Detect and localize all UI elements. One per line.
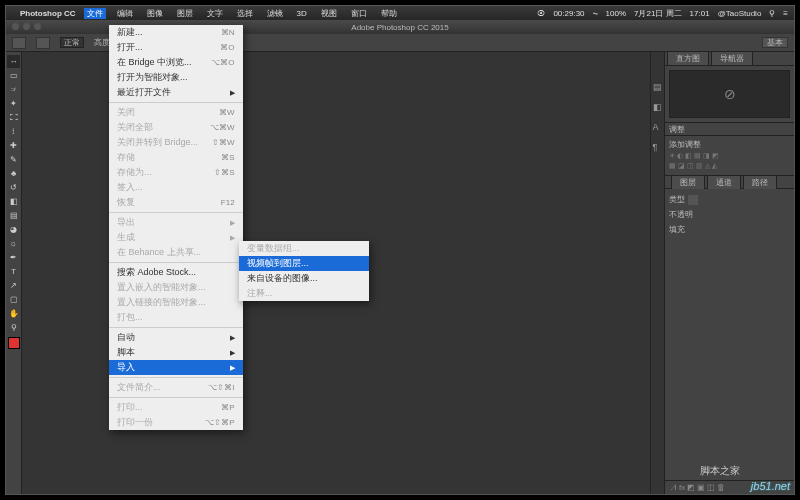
tab-paths[interactable]: 路径 bbox=[743, 175, 777, 189]
fill-label: 填充 bbox=[669, 224, 685, 235]
new-layer-icon[interactable]: ◫ bbox=[707, 483, 715, 492]
layer-filter-type[interactable]: 类型 bbox=[669, 194, 685, 205]
menu-item: 存储⌘S bbox=[109, 150, 243, 165]
menu-item[interactable]: 新建...⌘N bbox=[109, 25, 243, 40]
menu-window[interactable]: 窗口 bbox=[348, 8, 370, 19]
menu-edit[interactable]: 编辑 bbox=[114, 8, 136, 19]
filter-icon[interactable] bbox=[688, 195, 698, 205]
menu-item: 置入嵌入的智能对象... bbox=[109, 280, 243, 295]
menu-item[interactable]: 来自设备的图像... bbox=[239, 271, 369, 286]
pen-tool[interactable]: ✒ bbox=[7, 251, 20, 264]
window-title: Adobe Photoshop CC 2015 bbox=[351, 23, 448, 32]
tab-channels[interactable]: 通道 bbox=[707, 175, 741, 189]
wifi-icon[interactable]: ⏦ bbox=[593, 9, 598, 18]
menu-image[interactable]: 图像 bbox=[144, 8, 166, 19]
workspace-preset[interactable]: 基本 bbox=[762, 37, 788, 48]
tab-layers[interactable]: 图层 bbox=[671, 175, 705, 189]
menu-item: 打印...⌘P bbox=[109, 400, 243, 415]
menu-item[interactable]: 搜索 Adobe Stock... bbox=[109, 265, 243, 280]
hand-tool[interactable]: ✋ bbox=[7, 307, 20, 320]
menu-view[interactable]: 视图 bbox=[318, 8, 340, 19]
right-panels: 直方图 导航器 ⊘ 调整 添加调整 ☀ ◐ ◧ ▤ ◨ ◩ ▦ ◪ ◫ ▥ ◬ … bbox=[664, 52, 794, 494]
color-swatch[interactable] bbox=[8, 337, 20, 349]
stamp-tool[interactable]: ♣ bbox=[7, 167, 20, 180]
menu-item[interactable]: 打开为智能对象... bbox=[109, 70, 243, 85]
crop-tool[interactable]: ⛶ bbox=[7, 111, 20, 124]
menu-layer[interactable]: 图层 bbox=[174, 8, 196, 19]
file-dropdown: 新建...⌘N打开...⌘O在 Bridge 中浏览...⌥⌘O打开为智能对象.… bbox=[109, 25, 243, 430]
history-brush-tool[interactable]: ↺ bbox=[7, 181, 20, 194]
menu-item: 打包... bbox=[109, 310, 243, 325]
menu-item: 生成▶ bbox=[109, 230, 243, 245]
zoom-tool[interactable]: ⚲ bbox=[7, 321, 20, 334]
folder-icon[interactable]: ▣ bbox=[697, 483, 705, 492]
tab-navigator[interactable]: 导航器 bbox=[711, 51, 753, 65]
ps-icon[interactable] bbox=[12, 37, 26, 49]
gradient-tool[interactable]: ▤ bbox=[7, 209, 20, 222]
menu-item: 打印一份⌥⇧⌘P bbox=[109, 415, 243, 430]
mask-icon[interactable]: ◩ bbox=[687, 483, 695, 492]
shape-tool[interactable]: ▢ bbox=[7, 293, 20, 306]
trash-icon[interactable]: 🗑 bbox=[717, 483, 725, 492]
menu-item: 关闭⌘W bbox=[109, 105, 243, 120]
wand-tool[interactable]: ✦ bbox=[7, 97, 20, 110]
menu-item: 关闭全部⌥⌘W bbox=[109, 120, 243, 135]
menu-type[interactable]: 文字 bbox=[204, 8, 226, 19]
app-name[interactable]: Photoshop CC bbox=[20, 9, 76, 18]
menu-item[interactable]: 最近打开文件▶ bbox=[109, 85, 243, 100]
marquee-tool[interactable]: ▭ bbox=[7, 69, 20, 82]
type-tool[interactable]: T bbox=[7, 265, 20, 278]
menu-filter[interactable]: 滤镜 bbox=[264, 8, 286, 19]
link-icon[interactable]: ⩘ bbox=[669, 483, 677, 492]
menu-item[interactable]: 自动▶ bbox=[109, 330, 243, 345]
properties-panel-icon[interactable]: ◧ bbox=[653, 102, 663, 112]
tab-adjustments[interactable]: 调整 bbox=[669, 124, 685, 135]
tab-histogram[interactable]: 直方图 bbox=[667, 51, 709, 65]
menu-help[interactable]: 帮助 bbox=[378, 8, 400, 19]
menu-item: 关闭并转到 Bridge...⇧⌘W bbox=[109, 135, 243, 150]
dodge-tool[interactable]: ☼ bbox=[7, 237, 20, 250]
lasso-tool[interactable]: ⟉ bbox=[7, 83, 20, 96]
menu-select[interactable]: 选择 bbox=[234, 8, 256, 19]
char-panel-icon[interactable]: A bbox=[653, 122, 663, 132]
eraser-tool[interactable]: ◧ bbox=[7, 195, 20, 208]
heal-tool[interactable]: ✚ bbox=[7, 139, 20, 152]
path-tool[interactable]: ↗ bbox=[7, 279, 20, 292]
recording-icon: ⦿ bbox=[537, 9, 545, 18]
para-panel-icon[interactable]: ¶ bbox=[653, 142, 663, 152]
eyedropper-tool[interactable]: ⁞ bbox=[7, 125, 20, 138]
time: 17:01 bbox=[690, 9, 710, 18]
menu-item[interactable]: 脚本▶ bbox=[109, 345, 243, 360]
adjustment-icons[interactable]: ☀ ◐ ◧ ▤ ◨ ◩ bbox=[669, 152, 790, 160]
brush-tool[interactable]: ✎ bbox=[7, 153, 20, 166]
fx-icon[interactable]: fx bbox=[679, 483, 685, 492]
mac-menubar: Photoshop CC 文件 编辑 图像 图层 文字 选择 滤镜 3D 视图 … bbox=[6, 6, 794, 20]
adjustment-icons-2[interactable]: ▦ ◪ ◫ ▥ ◬ ◭ bbox=[669, 162, 790, 170]
menu-item: 存储为...⇧⌘S bbox=[109, 165, 243, 180]
menu-icon[interactable]: ≡ bbox=[783, 9, 788, 18]
tool-preset-icon[interactable] bbox=[36, 37, 50, 49]
menu-item[interactable]: 打开...⌘O bbox=[109, 40, 243, 55]
menu-item: 置入链接的智能对象... bbox=[109, 295, 243, 310]
move-tool[interactable]: ↔ bbox=[7, 55, 20, 68]
add-adjustment-label: 添加调整 bbox=[669, 139, 790, 150]
menu-item: 签入... bbox=[109, 180, 243, 195]
watermark-text: 脚本之家 bbox=[700, 464, 740, 478]
menu-item: 导出▶ bbox=[109, 215, 243, 230]
traffic-lights[interactable] bbox=[12, 23, 41, 30]
menu-item[interactable]: 视频帧到图层... bbox=[239, 256, 369, 271]
blend-mode[interactable]: 正常 bbox=[60, 37, 84, 48]
menu-item: 注释... bbox=[239, 286, 369, 301]
menu-file[interactable]: 文件 bbox=[84, 8, 106, 19]
menu-item[interactable]: 在 Bridge 中浏览...⌥⌘O bbox=[109, 55, 243, 70]
opacity-label: 不透明 bbox=[669, 209, 693, 220]
search-icon[interactable]: ⚲ bbox=[769, 9, 775, 18]
menu-item: 在 Behance 上共享... bbox=[109, 245, 243, 260]
blur-tool[interactable]: ◕ bbox=[7, 223, 20, 236]
history-panel-icon[interactable]: ▤ bbox=[653, 82, 663, 92]
collapsed-panels: ▤ ◧ A ¶ bbox=[650, 52, 664, 494]
menu-item[interactable]: 导入▶ bbox=[109, 360, 243, 375]
menu-3d[interactable]: 3D bbox=[294, 9, 310, 18]
toolbar: ↔ ▭ ⟉ ✦ ⛶ ⁞ ✚ ✎ ♣ ↺ ◧ ▤ ◕ ☼ ✒ T ↗ ▢ ✋ ⚲ bbox=[6, 52, 22, 494]
menu-item: 恢复F12 bbox=[109, 195, 243, 210]
